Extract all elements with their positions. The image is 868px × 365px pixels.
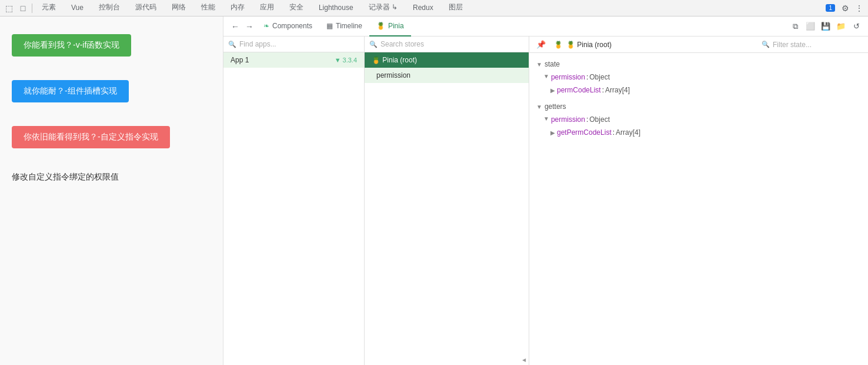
- permission-value: Object: [589, 72, 610, 82]
- more-icon[interactable]: ⋮: [853, 2, 866, 15]
- toolbar-separator: [32, 4, 32, 13]
- copy-button[interactable]: ⧉: [788, 19, 802, 34]
- vue-logo-icon: ▼: [335, 57, 341, 64]
- stores-search-icon: 🔍: [369, 41, 378, 48]
- permission-store-label: permission: [376, 71, 410, 79]
- save-button[interactable]: 💾: [819, 19, 833, 34]
- recorder-tab[interactable]: 记录器 ↳: [362, 0, 405, 18]
- directive-button[interactable]: 你依旧能看得到我？-自定义指令实现: [12, 126, 170, 148]
- getters-permission-value: Object: [589, 114, 610, 125]
- getters-section-header[interactable]: ▼ getters: [536, 102, 861, 111]
- state-arrow-icon: ▼: [536, 61, 542, 68]
- perm-code-list-value: Array[4]: [605, 85, 630, 95]
- vue-version-badge: ▼ 3.3.4: [335, 57, 357, 64]
- pinia-icon: 🍍: [376, 22, 385, 30]
- timeline-tab[interactable]: ▦ Timeline: [319, 16, 369, 36]
- get-perm-code-list-key: getPermCodeList: [557, 127, 612, 138]
- console-tab[interactable]: 控制台: [92, 0, 127, 18]
- perm-code-list-item: ▶ permCodeList : Array[4]: [550, 85, 861, 95]
- perm-code-list-expand-icon[interactable]: ▶: [550, 86, 555, 95]
- application-tab[interactable]: 应用: [253, 0, 281, 18]
- state-permission-item: ▼ permission : Object: [543, 72, 861, 82]
- filter-state-input[interactable]: [773, 41, 861, 49]
- state-section-label: state: [545, 60, 560, 68]
- badge: 1: [826, 4, 835, 12]
- permission-store-item[interactable]: permission: [365, 68, 529, 83]
- get-perm-code-list-item: ▶ getPermCodeList : Array[4]: [550, 127, 861, 138]
- refresh-button[interactable]: ↺: [849, 19, 863, 34]
- app-description-text: 修改自定义指令绑定的权限值: [12, 172, 119, 182]
- vue-dev-tab[interactable]: Vue: [64, 0, 91, 18]
- components-tab[interactable]: ❧ Components: [256, 16, 319, 36]
- apps-search-input[interactable]: [239, 40, 359, 48]
- state-section-header[interactable]: ▼ state: [536, 60, 861, 68]
- permission-expand-icon[interactable]: ▼: [543, 72, 549, 81]
- state-content: ▼ state ▼ permission : Object ▶ permCode…: [529, 53, 868, 365]
- security-tab[interactable]: 安全: [282, 0, 311, 18]
- permission-key: permission: [551, 72, 585, 82]
- apps-search-bar: 🔍: [223, 36, 364, 52]
- settings-icon[interactable]: ⚙: [839, 2, 852, 15]
- resize-handle[interactable]: [522, 357, 526, 363]
- network-tab[interactable]: 网络: [165, 0, 193, 18]
- main-content: 🔍 App 1 ▼ 3.3.4 🔍 🍍 Pin: [223, 36, 868, 365]
- filter-state-bar: 🔍: [762, 41, 861, 49]
- getters-permission-key: permission: [551, 114, 585, 125]
- layers-tab[interactable]: 图层: [442, 0, 470, 18]
- get-perm-code-list-expand-icon[interactable]: ▶: [550, 128, 555, 137]
- vue-tab-bar: ← → ❧ Components ▦ Timeline 🍍 Pinia ⧉ ⬜ …: [223, 16, 868, 36]
- state-header: 📌 🍍 🍍 Pinia (root) 🔍: [529, 36, 868, 53]
- getters-permission-expand-icon[interactable]: ▼: [543, 114, 549, 123]
- timeline-icon: ▦: [326, 22, 333, 30]
- getters-section-label: getters: [545, 102, 566, 111]
- elements-tab[interactable]: 元素: [35, 0, 63, 18]
- app-1-item[interactable]: App 1 ▼ 3.3.4: [223, 52, 364, 68]
- get-perm-code-list-value: Array[4]: [616, 127, 640, 138]
- filter-search-icon: 🔍: [762, 41, 770, 48]
- getters-arrow-icon: ▼: [536, 104, 542, 110]
- sources-tab[interactable]: 源代码: [128, 0, 163, 18]
- memory-tab[interactable]: 内存: [223, 0, 252, 18]
- devtools-toolbar: ⬚ □ 元素 Vue 控制台 源代码 网络 性能 内存 应用 安全 Lighth…: [0, 0, 868, 16]
- components-icon: ❧: [263, 22, 269, 30]
- apps-panel: 🔍 App 1 ▼ 3.3.4: [223, 36, 365, 365]
- stores-search-bar: 🔍: [365, 36, 529, 52]
- app-viewport: 你能看到我？-v-if函数实现 就你能耐？-组件插槽实现 你依旧能看得到我？-自…: [0, 16, 223, 365]
- stores-search-input[interactable]: [380, 40, 524, 48]
- clipboard-button[interactable]: ⬜: [803, 19, 817, 34]
- device-icon[interactable]: □: [16, 2, 29, 15]
- inspect-icon[interactable]: ⬚: [2, 2, 15, 15]
- performance-tab[interactable]: 性能: [194, 0, 222, 18]
- pinia-root-store-label: 🍍 Pinia (root): [372, 56, 417, 64]
- redux-tab[interactable]: Redux: [406, 0, 440, 18]
- stores-panel: 🔍 🍍 Pinia (root) permission: [365, 36, 529, 365]
- search-icon: 🔍: [228, 41, 236, 48]
- pin-icon[interactable]: 📌: [536, 40, 546, 49]
- app-1-label: App 1: [231, 56, 331, 64]
- back-button[interactable]: ←: [228, 19, 242, 34]
- slot-button[interactable]: 就你能耐？-组件插槽实现: [12, 80, 129, 102]
- getters-permission-item: ▼ permission : Object: [543, 114, 861, 125]
- lighthouse-tab[interactable]: Lighthouse: [312, 0, 360, 18]
- v-if-button[interactable]: 你能看到我？-v-if函数实现: [12, 34, 131, 57]
- folder-button[interactable]: 📁: [834, 19, 848, 34]
- pinia-title-icon: 🍍: [554, 41, 563, 49]
- state-panel: 📌 🍍 🍍 Pinia (root) 🔍 ▼ state: [529, 36, 868, 365]
- pinia-tab[interactable]: 🍍 Pinia: [369, 16, 411, 36]
- pinia-root-store-item[interactable]: 🍍 Pinia (root): [365, 52, 529, 68]
- forward-button[interactable]: →: [242, 19, 256, 34]
- store-title: 🍍 🍍 Pinia (root): [554, 41, 612, 49]
- perm-code-list-key: permCodeList: [557, 85, 601, 95]
